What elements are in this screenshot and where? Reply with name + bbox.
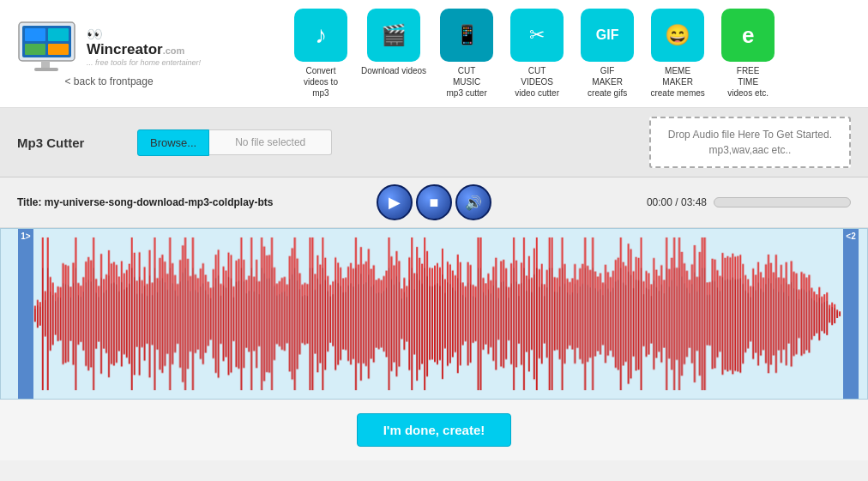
nav-item-gif-maker[interactable]: GIF GIFMAKERcreate gifs <box>577 9 637 99</box>
cutter-title: Mp3 Cutter <box>17 135 120 150</box>
nav-item-download-videos[interactable]: 🎬 Download videos <box>361 9 426 76</box>
waveform-container[interactable]: 1> <2 <box>0 228 868 400</box>
cut-videos-icon-box: ✂ <box>510 9 564 62</box>
play-button[interactable]: ▶ <box>377 184 413 220</box>
logo-wrap: 👀 Wincreator.com ... free tools for home… <box>17 21 201 74</box>
nav-label-free-time: FREETIMEvideos etc. <box>727 65 769 99</box>
brand-name: Wincreator.com <box>87 42 184 58</box>
meme-maker-icon-box: 😄 <box>651 9 704 62</box>
svg-rect-6 <box>41 61 50 68</box>
handle-left-label: 1> <box>21 231 30 241</box>
file-name-display: No file selected <box>209 129 332 155</box>
stop-button[interactable]: ■ <box>416 184 452 220</box>
player-controls: ▶ ■ 🔊 <box>377 184 491 220</box>
nav-label-cut-music: CUTMUSICmp3 cutter <box>447 65 487 99</box>
svg-rect-7 <box>34 68 58 71</box>
e-icon: e <box>742 22 754 49</box>
back-link[interactable]: < back to frontpage <box>65 75 154 87</box>
nav-label-convert-mp3: Convertvideos tomp3 <box>304 65 338 99</box>
nav-icons: ♪ Convertvideos tomp3 🎬 Download videos … <box>218 9 851 99</box>
monitor-icon <box>17 21 81 74</box>
film-icon: 🎬 <box>381 23 407 47</box>
volume-icon: 🔊 <box>465 195 482 211</box>
convert-mp3-icon-box: ♪ <box>294 9 347 62</box>
free-time-icon-box: e <box>721 9 775 62</box>
brand-eyes: 👀 <box>87 27 105 42</box>
svg-rect-4 <box>25 44 45 55</box>
handle-right-label: <2 <box>846 231 855 241</box>
cut-music-icon: 📱 <box>455 24 479 46</box>
progress-bar-container[interactable] <box>714 197 851 207</box>
drop-formats: mp3,wav,aac etc.. <box>708 144 791 156</box>
header: 👀 Wincreator.com ... free tools for home… <box>0 0 868 108</box>
play-icon: ▶ <box>389 193 401 212</box>
logo-section: 👀 Wincreator.com ... free tools for home… <box>17 21 201 87</box>
nav-item-meme-maker[interactable]: 😄 MEMEMAKERcreate memes <box>648 9 708 99</box>
brand-wrap: 👀 Wincreator.com ... free tools for home… <box>87 27 201 67</box>
time-separator: / <box>675 196 681 208</box>
waveform-canvas <box>1 229 867 399</box>
svg-rect-3 <box>48 28 69 41</box>
time-display: 00:00 / 03:48 <box>647 196 707 208</box>
browse-area: Browse... No file selected <box>137 129 332 156</box>
nav-label-download-videos: Download videos <box>361 65 426 76</box>
svg-rect-5 <box>48 44 69 55</box>
drop-text: Drop Audio file Here To Get Started. <box>668 129 832 141</box>
svg-rect-2 <box>25 28 45 41</box>
gif-maker-icon-box: GIF <box>581 9 634 62</box>
track-title: Title: my-universe-song-download-mp3-col… <box>17 196 368 208</box>
volume-button[interactable]: 🔊 <box>455 184 491 220</box>
nav-item-cut-videos[interactable]: ✂ CUTVIDEOSvideo cutter <box>507 9 567 99</box>
time-total: 03:48 <box>681 196 707 208</box>
gif-icon: GIF <box>596 27 619 43</box>
nav-item-convert-mp3[interactable]: ♪ Convertvideos tomp3 <box>291 9 351 99</box>
nav-label-meme-maker: MEMEMAKERcreate memes <box>650 65 704 99</box>
main-content: Mp3 Cutter Browse... No file selected Dr… <box>0 108 868 460</box>
done-area: I'm done, create! <box>0 400 868 460</box>
nav-item-cut-music[interactable]: 📱 CUTMUSICmp3 cutter <box>437 9 497 99</box>
cut-music-icon-box: 📱 <box>440 9 493 62</box>
download-videos-icon-box: 🎬 <box>367 9 420 62</box>
cutter-bar: Mp3 Cutter Browse... No file selected Dr… <box>0 108 868 177</box>
music-note-icon: ♪ <box>315 21 327 49</box>
browse-button[interactable]: Browse... <box>137 129 209 156</box>
scissors-icon: ✂ <box>529 24 545 46</box>
waveform-handle-right[interactable]: <2 <box>843 229 859 399</box>
nav-item-free-time[interactable]: e FREETIMEvideos etc. <box>718 9 778 99</box>
nav-label-gif-maker: GIFMAKERcreate gifs <box>588 65 627 99</box>
time-current: 00:00 <box>647 196 672 208</box>
player-bar: Title: my-universe-song-download-mp3-col… <box>0 177 868 228</box>
smiley-icon: 😄 <box>665 23 690 47</box>
progress-area: 00:00 / 03:48 <box>500 196 851 208</box>
done-button[interactable]: I'm done, create! <box>357 413 512 447</box>
waveform-handle-left[interactable]: 1> <box>18 229 33 399</box>
brand-tagline: ... free tools for home entertainer! <box>87 58 201 67</box>
app-container: 👀 Wincreator.com ... free tools for home… <box>0 0 868 460</box>
stop-icon: ■ <box>430 194 439 212</box>
nav-label-cut-videos: CUTVIDEOSvideo cutter <box>515 65 559 99</box>
drop-zone[interactable]: Drop Audio file Here To Get Started. mp3… <box>649 117 851 168</box>
